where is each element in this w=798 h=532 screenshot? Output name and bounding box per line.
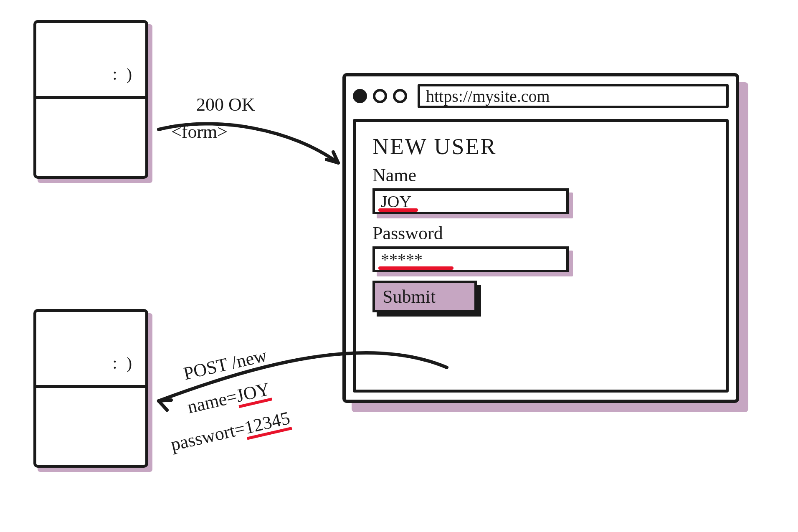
form-title: NEW USER [372, 134, 709, 160]
request-method-label: POST /new [181, 345, 269, 384]
submit-button[interactable]: Submit [372, 281, 477, 312]
password-input[interactable]: ***** [372, 246, 569, 272]
browser-viewport: NEW USER Name JOY Password ***** Submit [353, 119, 729, 393]
server-top: : ) [33, 20, 148, 179]
window-controls-icon [353, 89, 407, 103]
password-label: Password [372, 223, 709, 244]
response-status-label: 200 OK [196, 94, 255, 115]
address-bar[interactable]: https://mysite.com [418, 84, 729, 108]
smiley-icon: : ) [113, 353, 134, 373]
name-label: Name [372, 165, 709, 186]
request-param-password: passwort=12345 [169, 407, 292, 457]
submit-button-label: Submit [383, 286, 436, 307]
server-bottom: : ) [33, 309, 148, 468]
address-bar-text: https://mysite.com [426, 86, 550, 106]
response-body-label: <form> [171, 121, 228, 142]
name-input[interactable]: JOY [372, 188, 569, 214]
smiley-icon: : ) [113, 64, 134, 84]
browser-window: https://mysite.com NEW USER Name JOY Pas… [342, 73, 739, 403]
browser-titlebar: https://mysite.com [353, 81, 729, 111]
